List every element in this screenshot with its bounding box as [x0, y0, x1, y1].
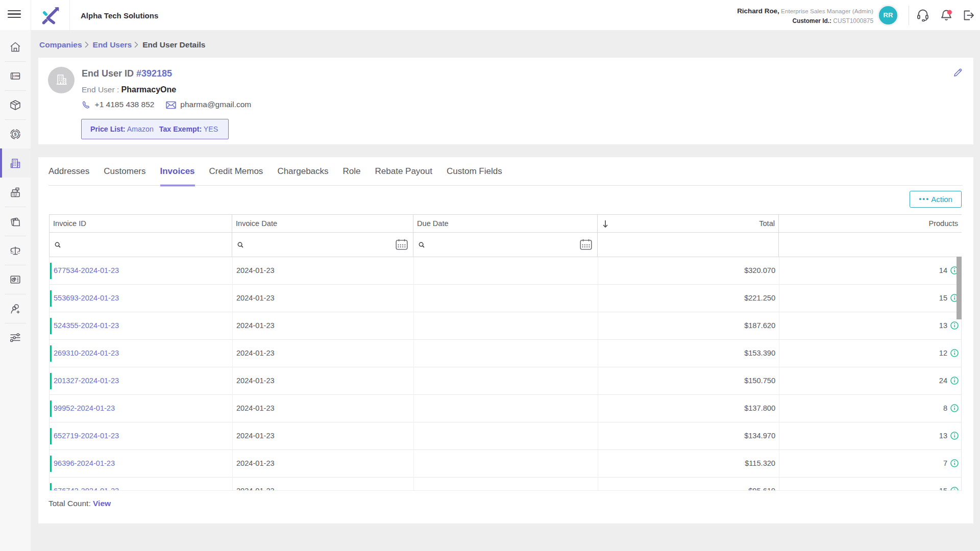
svg-text:$: $	[14, 132, 17, 137]
svg-text:CRM: CRM	[13, 74, 19, 78]
svg-text:D: D	[11, 250, 14, 255]
svg-text:C: C	[17, 250, 20, 255]
